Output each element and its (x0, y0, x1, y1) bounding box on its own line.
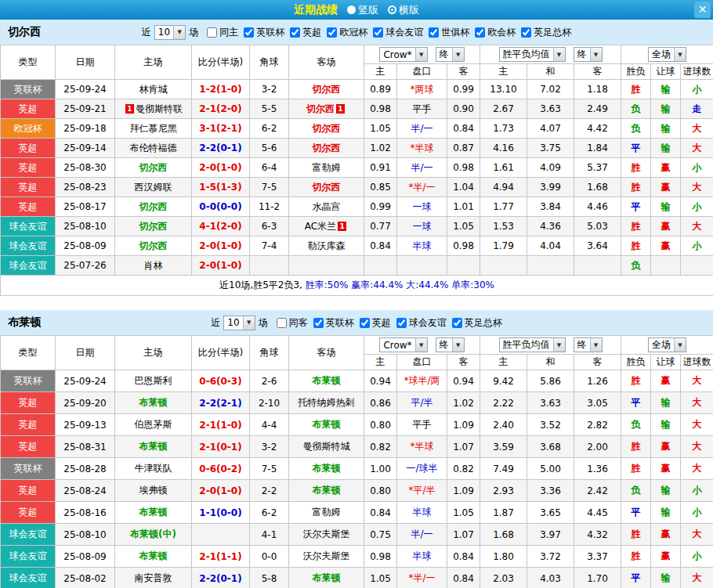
scope-select-value: 全场 (649, 48, 674, 61)
filter-option-欧会杯[interactable]: 欧会杯 (475, 26, 516, 39)
result-handicap: 赢 (651, 236, 681, 256)
away-team: 水晶宫 (289, 197, 364, 217)
match-count-select[interactable]: 10 ▼ (154, 25, 186, 40)
corners: 7-4 (250, 236, 289, 256)
filter-option-英联杯[interactable]: 英联杯 (313, 316, 354, 330)
filter-unit-label: 场 (189, 26, 198, 39)
filter-option-英超[interactable]: 英超 (360, 316, 391, 330)
checkbox[interactable] (277, 318, 287, 328)
filter-option-世俱杯[interactable]: 世俱杯 (429, 26, 469, 39)
away-team: AC米兰1 (289, 217, 364, 236)
handicap-away-odds: 0.82 (447, 458, 480, 480)
avg-away-odds: 1.84 (574, 139, 621, 158)
checkbox[interactable] (396, 318, 407, 328)
team-label: 富勒姆 (313, 162, 341, 173)
filter-option-label: 欧冠杯 (339, 26, 367, 39)
scope-select[interactable]: 全场 ▼ (648, 47, 686, 62)
handicap-home-odds: 0.84 (364, 502, 397, 524)
filter-option-英超[interactable]: 英超 (290, 26, 321, 39)
radio-horizontal-layout[interactable]: 横版 (388, 3, 419, 17)
avg-away-odds: 1.68 (574, 178, 621, 197)
handicap-line: 半/一 (397, 158, 447, 178)
match-row: 球会友谊25-08-10切尔西4-1(2-0)6-3AC米兰10.77一球1.0… (1, 217, 713, 236)
avg-final-select[interactable]: 终 ▼ (574, 337, 603, 352)
close-button[interactable]: ✕ (694, 2, 711, 18)
match-date: 25-08-09 (56, 236, 115, 256)
scope-select[interactable]: 全场 ▼ (648, 337, 686, 352)
handicap-line: 平手 (397, 414, 447, 436)
corners (250, 256, 289, 276)
result-handicap: 输 (651, 568, 681, 588)
chevron-down-icon: ▼ (553, 48, 565, 61)
filter-option-球会友谊[interactable]: 球会友谊 (396, 316, 447, 330)
match-row: 英超25-08-24埃弗顿2-0(1-0)2-2布莱顿0.80*平/半1.092… (1, 480, 713, 502)
avg-final-select[interactable]: 终 ▼ (574, 47, 603, 62)
checkbox[interactable] (452, 318, 462, 328)
avg-select[interactable]: 胜平负均值 ▼ (499, 47, 566, 62)
filter-option-英联杯[interactable]: 英联杯 (244, 26, 284, 39)
checkbox[interactable] (360, 318, 370, 328)
checkbox[interactable] (327, 27, 337, 38)
result-goals: 大 (681, 119, 713, 139)
away-team: 沃尔夫斯堡 (289, 546, 364, 568)
score: 4-1(2-0) (192, 217, 250, 236)
match-count-select[interactable]: 10 ▼ (223, 316, 255, 330)
checkbox[interactable] (475, 27, 485, 38)
score: 2-2(0-1) (192, 139, 250, 158)
handicap-home-odds: 0.75 (364, 524, 397, 546)
result-handicap (651, 256, 681, 276)
checkbox[interactable] (521, 27, 531, 38)
away-team (289, 256, 364, 276)
filter-option-同客[interactable]: 同客 (277, 316, 308, 330)
handicap-home-odds: 0.82 (364, 436, 397, 458)
filter-option-同主[interactable]: 同主 (207, 26, 238, 39)
odds-final-select[interactable]: 终 ▼ (436, 337, 465, 352)
corners: 7-5 (250, 458, 289, 480)
close-icon: ✕ (698, 3, 708, 16)
filter-option-英足总杯[interactable]: 英足总杯 (452, 316, 502, 330)
checkbox[interactable] (207, 27, 217, 38)
handicap-line: 半球 (397, 236, 447, 256)
competition-badge: 英超 (1, 414, 56, 436)
result-handicap: 输 (651, 414, 681, 436)
handicap-home-odds (364, 256, 397, 276)
competition-badge: 英超 (1, 480, 56, 502)
checkbox[interactable] (244, 27, 254, 38)
team-label: 布莱顿 (313, 463, 341, 474)
result-goals: 大 (681, 568, 713, 588)
filter-option-label: 同客 (289, 316, 308, 330)
match-row: 欧冠杯25-09-18拜仁慕尼黑3-1(2-1)6-2切尔西1.05半/一0.8… (1, 119, 713, 139)
handicap-line: *半/一 (397, 178, 447, 197)
result-wdl: 负 (621, 119, 651, 139)
odds-company-value: Crow* (380, 338, 414, 352)
odds-final-value: 终 (436, 338, 452, 352)
avg-away-odds: 3.64 (574, 236, 621, 256)
team-label: 勒沃库森 (308, 240, 346, 251)
handicap-line: 平/半 (397, 392, 447, 414)
odds-company-select[interactable]: Crow* ▼ (379, 47, 427, 62)
match-row: 球会友谊25-07-26肖林2-0(1-0)负 (1, 256, 713, 276)
radio-horizontal-label: 横版 (399, 3, 419, 17)
match-row: 英超25-08-31布莱顿2-1(0-1)3-2曼彻斯特城0.82*半球1.07… (1, 436, 713, 458)
filter-option-英足总杯[interactable]: 英足总杯 (521, 26, 571, 39)
corners: 5-8 (250, 568, 289, 588)
avg-draw-odds: 3.84 (527, 197, 574, 217)
summary-segment: 单率:30% (451, 280, 494, 290)
checkbox[interactable] (290, 27, 300, 38)
odds-company-select[interactable]: Crow* ▼ (379, 337, 427, 352)
score: 1-5(1-3) (192, 178, 250, 197)
checkbox[interactable] (429, 27, 439, 38)
checkbox[interactable] (313, 318, 324, 328)
filter-option-欧冠杯[interactable]: 欧冠杯 (327, 26, 367, 39)
avg-home-odds: 4.16 (480, 139, 527, 158)
match-date: 25-09-24 (56, 80, 115, 99)
avg-away-odds: 5.37 (574, 158, 621, 178)
radio-vertical-layout[interactable]: 竖版 (347, 3, 378, 17)
filter-option-球会友谊[interactable]: 球会友谊 (373, 26, 423, 39)
result-handicap: 输 (651, 480, 681, 502)
team-section-header: 布莱顿 近 10 ▼ 场 同客英联杯英超球会友谊英足总杯 (0, 310, 713, 335)
checkbox[interactable] (373, 27, 383, 38)
odds-final-select[interactable]: 终 ▼ (436, 47, 465, 62)
avg-select[interactable]: 胜平负均值 ▼ (499, 337, 566, 352)
handicap-line: *半球 (397, 139, 447, 158)
